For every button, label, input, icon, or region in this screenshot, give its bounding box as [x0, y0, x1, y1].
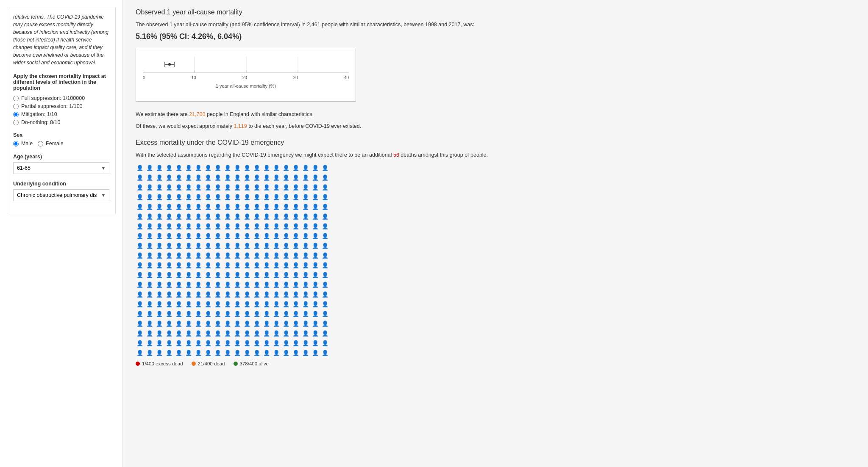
person-icon: 👤: [321, 193, 329, 201]
age-label: Age (years): [13, 154, 109, 160]
estimate-text-4: to die each year, before COVID-19 ever e…: [247, 123, 362, 129]
sex-option-female[interactable]: Female: [38, 141, 64, 146]
person-icon: 👤: [214, 212, 222, 221]
person-icon: 👤: [253, 300, 261, 308]
age-select[interactable]: 50-55 56-60 61-65 66-70 71-75: [13, 162, 109, 174]
person-icon: 👤: [145, 163, 154, 172]
person-icon: 👤: [243, 232, 251, 240]
chart-tick-labels: 0 10 20 30 40: [143, 75, 349, 80]
person-icon: 👤: [194, 251, 203, 260]
person-icon: 👤: [262, 232, 271, 240]
person-icon: 👤: [253, 271, 261, 279]
person-icon: 👤: [262, 251, 271, 260]
person-icon: 👤: [243, 280, 251, 289]
person-icon: 👤: [272, 163, 281, 172]
person-icon: 👤: [223, 232, 232, 240]
person-icon: 👤: [301, 202, 310, 211]
person-icon: 👤: [175, 241, 183, 250]
person-icon: 👤: [262, 261, 271, 269]
person-icon: 👤: [233, 261, 242, 269]
person-icon: 👤: [184, 290, 193, 298]
tick-10: 10: [192, 75, 196, 80]
person-icon: 👤: [301, 300, 310, 308]
sex-radio-male[interactable]: [13, 141, 19, 146]
person-icon: 👤: [321, 339, 329, 347]
person-icon: 👤: [253, 202, 261, 211]
person-icon: 👤: [184, 348, 193, 357]
infection-radio-3[interactable]: [13, 120, 19, 125]
person-icon: 👤: [243, 241, 251, 250]
excess-highlight: 56: [393, 152, 399, 158]
infection-radio-1[interactable]: [13, 104, 19, 109]
infection-option-label-2: Mitigation: 1/10: [21, 111, 57, 117]
person-icon: 👤: [272, 193, 281, 201]
person-icon: 👤: [282, 163, 290, 172]
person-icon: 👤: [301, 241, 310, 250]
sex-radio-female[interactable]: [38, 141, 43, 146]
person-icon: 👤: [233, 222, 242, 230]
person-icon: 👤: [321, 329, 329, 337]
person-icon: 👤: [165, 173, 173, 182]
person-icon: 👤: [165, 290, 173, 298]
legend-green-label: 378/400 alive: [240, 361, 269, 366]
person-icon: 👤: [136, 222, 144, 230]
person-icon: 👤: [175, 271, 183, 279]
person-icon: 👤: [321, 309, 329, 318]
person-icon: 👤: [243, 319, 251, 328]
person-icon: 👤: [262, 183, 271, 191]
person-icon: 👤: [272, 290, 281, 298]
person-icon: 👤: [194, 261, 203, 269]
infection-radio-2[interactable]: [13, 112, 19, 117]
person-icon: 👤: [311, 222, 320, 230]
person-icon: 👤: [272, 271, 281, 279]
person-icon: 👤: [145, 241, 154, 250]
excess-description: With the selected assumptions regarding …: [136, 151, 855, 159]
person-icon: 👤: [301, 261, 310, 269]
person-icon: 👤: [311, 300, 320, 308]
person-icon: 👤: [292, 280, 300, 289]
person-icon: 👤: [145, 280, 154, 289]
person-icon: 👤: [243, 261, 251, 269]
sex-label-male: Male: [21, 141, 33, 146]
person-icon: 👤: [165, 271, 173, 279]
infection-option-2[interactable]: Mitigation: 1/10: [13, 111, 109, 117]
person-icon: 👤: [214, 339, 222, 347]
person-icon: 👤: [301, 173, 310, 182]
person-icon: 👤: [301, 319, 310, 328]
person-icon: 👤: [311, 212, 320, 221]
person-icon: 👤: [282, 222, 290, 230]
person-icon: 👤: [165, 212, 173, 221]
person-icon: 👤: [311, 309, 320, 318]
sex-label-female: Female: [46, 141, 64, 146]
person-icon: 👤: [194, 348, 203, 357]
infection-radio-0[interactable]: [13, 96, 19, 101]
infection-option-0[interactable]: Full suppression: 1/100000: [13, 95, 109, 101]
legend-dot-orange: [192, 362, 196, 366]
estimate-text-3: Of these, we would expect approximately: [136, 123, 234, 129]
person-icon: 👤: [155, 241, 164, 250]
person-icon: 👤: [204, 339, 212, 347]
infection-option-1[interactable]: Partial suppression: 1/100: [13, 103, 109, 109]
person-icon: 👤: [155, 348, 164, 357]
person-icon: 👤: [214, 222, 222, 230]
person-icon: 👤: [253, 183, 261, 191]
person-icon: 👤: [214, 202, 222, 211]
condition-select[interactable]: None Chronic obstructive pulmonary disea…: [13, 189, 109, 201]
person-icon: 👤: [282, 300, 290, 308]
legend-dot-green: [234, 362, 238, 366]
person-icon: 👤: [282, 339, 290, 347]
infection-option-3[interactable]: Do-nothing: 8/10: [13, 119, 109, 125]
ci-chart-svg: [143, 57, 349, 74]
person-icon: 👤: [301, 212, 310, 221]
person-icon: 👤: [272, 339, 281, 347]
person-icon: 👤: [253, 280, 261, 289]
person-icon: 👤: [301, 163, 310, 172]
person-icon: 👤: [272, 309, 281, 318]
person-icon: 👤: [282, 261, 290, 269]
person-icon: 👤: [155, 309, 164, 318]
person-icon: 👤: [145, 232, 154, 240]
person-icon: 👤: [184, 261, 193, 269]
person-icon: 👤: [194, 163, 203, 172]
sex-option-male[interactable]: Male: [13, 141, 33, 146]
person-icon: 👤: [155, 183, 164, 191]
